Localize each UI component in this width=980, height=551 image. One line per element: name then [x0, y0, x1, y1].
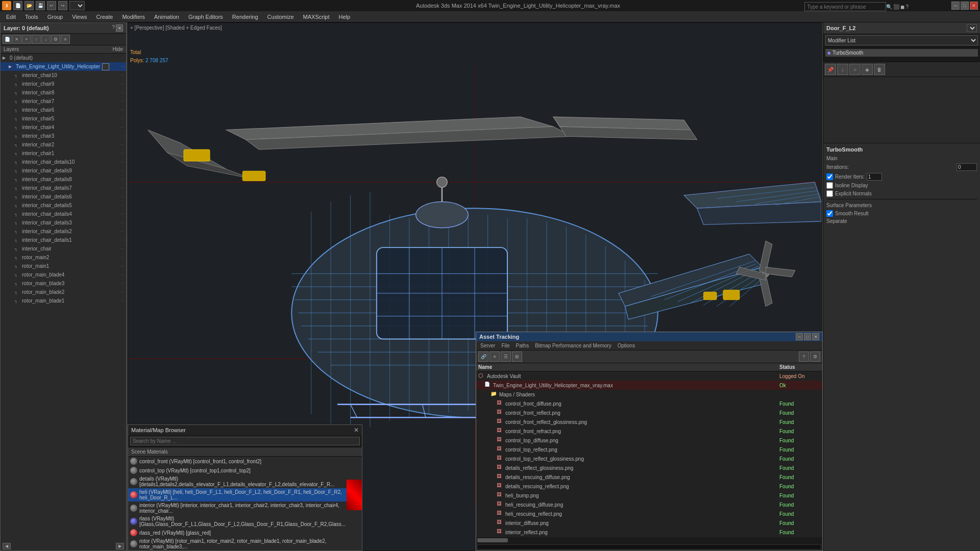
save-btn[interactable]: 💾: [36, 1, 45, 10]
layer-item-icd7[interactable]: ┐ interior_chair_details7 ···: [1, 184, 126, 192]
search-option2[interactable]: ◼: [900, 4, 904, 10]
layer-item-ic5[interactable]: ┐ interior_chair5 ···: [1, 114, 126, 123]
modifier-list-select[interactable]: Modifier List: [825, 35, 978, 45]
asset-row-vault[interactable]: ⬡ Autodesk Vault Logged On: [476, 371, 822, 381]
pin-stack-btn[interactable]: 📌: [825, 64, 836, 75]
asset-row-img11[interactable]: 🖼 heli_bump.png Found: [476, 491, 822, 500]
layer-item-icd6[interactable]: ┐ interior_chair_details6 ···: [1, 192, 126, 201]
layer-item-icd8[interactable]: ┐ interior_chair_details8 ···: [1, 175, 126, 184]
menu-edit[interactable]: Edit: [2, 13, 20, 21]
mat-browser-close[interactable]: ✕: [354, 427, 359, 434]
asset-row-file[interactable]: 📄 Twin_Engine_Light_Utility_Helicopter_m…: [476, 381, 822, 390]
open-btn[interactable]: 📂: [24, 1, 34, 10]
add-to-layer-btn[interactable]: +: [22, 35, 31, 44]
menu-help[interactable]: Help: [335, 13, 355, 21]
asset-close-btn[interactable]: ✕: [812, 333, 819, 340]
asset-menu-paths[interactable]: Paths: [514, 342, 531, 349]
asset-settings-btn[interactable]: ⚙: [810, 352, 820, 362]
workspace-selector[interactable]: Workspace: Default: [69, 1, 85, 10]
mat-item-heli[interactable]: heli (VRayMtl) [heli, heli_Door_F_L1, he…: [128, 488, 362, 502]
mat-item-rotor[interactable]: rotor (VRayMtl) [rotor_main1, rotor_main…: [128, 537, 362, 550]
scrollbar-thumb[interactable]: [477, 538, 508, 542]
select-layer-btn[interactable]: ↓: [41, 35, 51, 44]
layer-item-ic9[interactable]: ┐ interior_chair9 ···: [1, 80, 126, 88]
asset-minimize-btn[interactable]: ─: [796, 333, 803, 340]
menu-views[interactable]: Views: [68, 13, 91, 21]
layer-scroll-left[interactable]: ◀: [3, 543, 11, 549]
show-end-btn[interactable]: ↓: [837, 64, 848, 75]
menu-group[interactable]: Group: [43, 13, 67, 21]
new-btn[interactable]: 📄: [13, 1, 22, 10]
layer-item-icd1[interactable]: ┐ interior_chair_details1 ···: [1, 236, 126, 244]
layer-item-default[interactable]: ▶ 0 (default) ···: [1, 54, 126, 62]
delete-layer-btn[interactable]: ✕: [12, 35, 21, 44]
menu-tools[interactable]: Tools: [21, 13, 42, 21]
turbosmooth-stack-item[interactable]: ■ TurboSmooth: [825, 49, 978, 57]
asset-help-btn[interactable]: ?: [799, 352, 809, 362]
layer-item-icd10[interactable]: ┐ interior_chair_details10 ···: [1, 158, 126, 166]
asset-row-img1[interactable]: 🖼 control_front_diffuse.png Found: [476, 399, 822, 408]
layer-item-rmb1[interactable]: ┐ rotor_main_blade1 ···: [1, 296, 126, 305]
search-icon[interactable]: 🔍: [886, 4, 892, 10]
layer-item-ic6[interactable]: ┐ interior_chair6 ···: [1, 106, 126, 114]
render-iters-input[interactable]: [867, 173, 882, 181]
layer-item-ic1[interactable]: ┐ interior_chair1 ···: [1, 149, 126, 158]
asset-row-img3[interactable]: 🖼 control_front_reflect_glossiness.png F…: [476, 417, 822, 427]
isoline-checkbox[interactable]: [826, 182, 833, 189]
show-result-btn[interactable]: ○: [849, 64, 861, 75]
asset-path-input[interactable]: [477, 544, 821, 549]
layer-settings-btn[interactable]: ⚙: [51, 35, 60, 44]
mat-item-rlass[interactable]: rlass (VRayMtl) [Glass,Glass_Door_F_L1,G…: [128, 515, 362, 528]
menu-rendering[interactable]: Rendering: [228, 13, 262, 21]
layer-item-ic7[interactable]: ┐ interior_chair7 ···: [1, 97, 126, 106]
move-layer-btn[interactable]: ↑: [32, 35, 41, 44]
layer-scroll-right[interactable]: ▶: [116, 543, 124, 549]
mat-item-control-front[interactable]: control_front (VRayMtl) [control_front1,…: [128, 457, 362, 466]
layer-item-icd3[interactable]: ┐ interior_chair_details3 ···: [1, 218, 126, 227]
mat-item-rlass-red[interactable]: rlass_red (VRayMtl) [glass_red]: [128, 528, 362, 537]
layer-item-ic10[interactable]: ┐ interior_chair10 ···: [1, 71, 126, 80]
asset-maximize-btn[interactable]: □: [804, 333, 811, 340]
asset-btn4[interactable]: ⊞: [512, 352, 522, 362]
layer-item-rmb2[interactable]: ┐ rotor_main_blade2 ···: [1, 288, 126, 296]
explicit-normals-checkbox[interactable]: [826, 190, 833, 197]
search-option1[interactable]: ⬛: [893, 4, 899, 10]
new-layer-btn[interactable]: 📄: [3, 35, 12, 44]
layer-item-icd9[interactable]: ┐ interior_chair_details9 ···: [1, 166, 126, 175]
layer-item-twin[interactable]: ▶ Twin_Engine_Light_Utility_Helicopter ·…: [1, 62, 126, 71]
layers-close-btn[interactable]: ✕: [116, 24, 123, 32]
layer-item-icd4[interactable]: ┐ interior_chair_details4 ···: [1, 210, 126, 218]
asset-row-img6[interactable]: 🖼 control_top_reflect.png Found: [476, 445, 822, 454]
modifier-dropdown[interactable]: [967, 24, 977, 32]
layer-item-icd2[interactable]: ┐ interior_chair_details2 ···: [1, 227, 126, 236]
asset-row-img4[interactable]: 🖼 control_front_refract.png Found: [476, 427, 822, 436]
layer-item-ic4[interactable]: ┐ interior_chair4 ···: [1, 123, 126, 132]
asset-menu-file[interactable]: File: [499, 342, 511, 349]
undo-btn[interactable]: ↩: [47, 1, 56, 10]
asset-menu-server[interactable]: Server: [478, 342, 497, 349]
mat-item-interior[interactable]: interior (VRayMtl) [interior, interior_c…: [128, 502, 362, 515]
asset-scrollbar-horizontal[interactable]: [476, 537, 822, 543]
asset-btn3[interactable]: ☰: [501, 352, 511, 362]
asset-row-img10[interactable]: 🖼 details_rescuing_reflect.png Found: [476, 482, 822, 491]
asset-menu-options[interactable]: Options: [616, 342, 637, 349]
layers-help-btn[interactable]: ?: [112, 24, 115, 32]
asset-btn1[interactable]: 🔗: [478, 352, 488, 362]
close-btn[interactable]: ✕: [970, 2, 978, 10]
remove-modifier-btn[interactable]: 🗑: [874, 64, 885, 75]
asset-row-img15[interactable]: 🖼 interior_reflect.png Found: [476, 528, 822, 537]
layer-item-ic[interactable]: ┐ interior_chair ···: [1, 244, 126, 253]
asset-row-img5[interactable]: 🖼 control_top_diffuse.png Found: [476, 436, 822, 445]
iterations-input[interactable]: [957, 163, 977, 171]
menu-animation[interactable]: Animation: [150, 13, 183, 21]
render-iters-checkbox[interactable]: [826, 173, 833, 180]
asset-row-img12[interactable]: 🖼 heli_rescuing_diffuse.png Found: [476, 500, 822, 509]
menu-customize[interactable]: Customize: [263, 13, 298, 21]
smooth-result-checkbox[interactable]: [826, 210, 833, 217]
asset-row-img14[interactable]: 🖼 interior_diffuse.png Found: [476, 518, 822, 528]
asset-row-img13[interactable]: 🖼 heli_rescuing_reflect.png Found: [476, 509, 822, 518]
make-unique-btn[interactable]: ◈: [862, 64, 873, 75]
mat-item-details[interactable]: details (VRayMtl) [details1,details2,det…: [128, 475, 362, 488]
redo-btn[interactable]: ↪: [58, 1, 67, 10]
asset-row-maps-folder[interactable]: 📁 Maps / Shaders: [476, 390, 822, 399]
